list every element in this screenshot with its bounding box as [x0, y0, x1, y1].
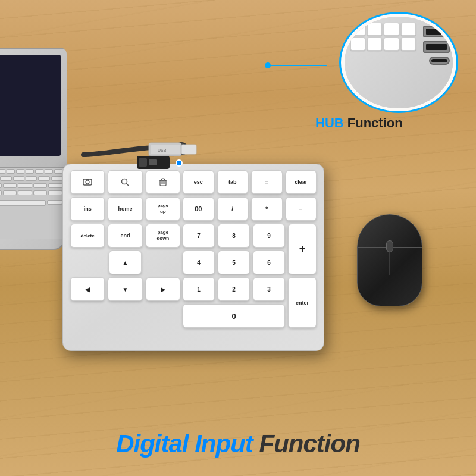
numpad-row-del-end-pgdn: delete end pagedown — [70, 224, 180, 248]
numpad-right-row5: 1 2 3 — [183, 277, 285, 301]
key-00[interactable]: 00 — [183, 197, 214, 221]
numpad-right-row3: 7 8 9 — [183, 224, 285, 248]
hub-circle-frame — [339, 12, 458, 113]
usb-cable — [60, 107, 226, 184]
mouse-body — [357, 214, 422, 306]
key-6[interactable]: 6 — [253, 250, 285, 274]
numpad-right-row4: 4 5 6 — [183, 250, 285, 274]
key-minus[interactable]: − — [286, 197, 317, 221]
key-9[interactable]: 9 — [253, 224, 285, 248]
bottom-text-container: Digital Input Function — [0, 430, 476, 458]
key-zero[interactable]: 0 — [183, 304, 285, 328]
key-1[interactable]: 1 — [183, 277, 215, 301]
key-enter[interactable]: enter — [288, 277, 317, 328]
numpad-left-section: ins home pageup delete end pagedown ▲ ◀ … — [70, 170, 180, 304]
numpad-row-ins-home-pgup: ins home pageup — [70, 197, 180, 221]
bottom-text-blue: Digital Input — [116, 430, 253, 458]
laptop-screen-display — [0, 55, 61, 156]
key-home[interactable]: home — [108, 197, 142, 221]
numpad-right-row5-enter: 1 2 3 0 enter — [183, 277, 317, 328]
key-pagedown[interactable]: pagedown — [146, 224, 180, 248]
key-ins[interactable]: ins — [70, 197, 105, 221]
mouse-scroll-wheel — [386, 240, 393, 252]
numpad-right-789: 7 8 9 4 5 6 — [183, 224, 285, 274]
key-divide[interactable]: / — [217, 197, 249, 221]
key-clear[interactable]: clear — [286, 170, 317, 194]
key-plus[interactable]: + — [288, 224, 317, 274]
usb-port-2 — [423, 41, 450, 53]
mouse — [357, 214, 428, 309]
numpad-right-row2: 00 / * − — [183, 197, 317, 221]
hub-ports-image — [345, 17, 453, 108]
key-arrow-up[interactable]: ▲ — [109, 250, 142, 274]
key-equals[interactable]: = — [251, 170, 283, 194]
hub-function-label: HUB Function — [315, 115, 403, 131]
callout-line — [262, 54, 333, 77]
hub-callout: HUB Function — [309, 6, 464, 125]
key-arrow-right[interactable]: ▶ — [146, 277, 180, 301]
laptop-body — [0, 48, 65, 250]
hub-circle-content — [345, 17, 453, 108]
key-8[interactable]: 8 — [218, 224, 250, 248]
hub-label-dark: Function — [344, 115, 403, 130]
key-5[interactable]: 5 — [218, 250, 250, 274]
key-multiply[interactable]: * — [251, 197, 283, 221]
key-end[interactable]: end — [108, 224, 142, 248]
numpad-right-123-0: 1 2 3 0 — [183, 277, 285, 328]
key-3[interactable]: 3 — [253, 277, 285, 301]
usbc-port — [429, 57, 450, 65]
key-delete[interactable]: delete — [70, 224, 105, 248]
numpad: ins home pageup delete end pagedown ▲ ◀ … — [62, 164, 324, 351]
key-2[interactable]: 2 — [218, 277, 250, 301]
usb-drive: USB — [146, 134, 199, 164]
numpad-right-section: esc tab = clear 00 / * − 7 8 9 — [183, 170, 317, 328]
hub-label-blue: HUB — [315, 115, 344, 130]
mouse-center-line — [390, 251, 390, 275]
numpad-row-arrows: ◀ ▼ ▶ — [70, 277, 180, 301]
key-7[interactable]: 7 — [183, 224, 215, 248]
key-arrow-left[interactable]: ◀ — [70, 277, 105, 301]
numpad-right-row6: 0 — [183, 304, 285, 328]
key-4[interactable]: 4 — [183, 250, 215, 274]
svg-text:USB: USB — [158, 148, 167, 152]
svg-rect-3 — [181, 145, 196, 154]
key-arrow-down[interactable]: ▼ — [108, 277, 142, 301]
numpad-right-row3-plus: 7 8 9 4 5 6 + — [183, 224, 317, 274]
laptop-screen — [0, 49, 67, 168]
connector-dot — [176, 159, 183, 167]
laptop-keyboard — [0, 168, 64, 239]
key-pageup[interactable]: pageup — [146, 197, 180, 221]
usb-port-1 — [423, 26, 450, 37]
bottom-text-dark: Function — [253, 430, 360, 458]
scene: USB ins home — [0, 0, 476, 476]
numpad-row-up-arrow: ▲ — [70, 250, 180, 274]
svg-point-18 — [265, 62, 271, 68]
